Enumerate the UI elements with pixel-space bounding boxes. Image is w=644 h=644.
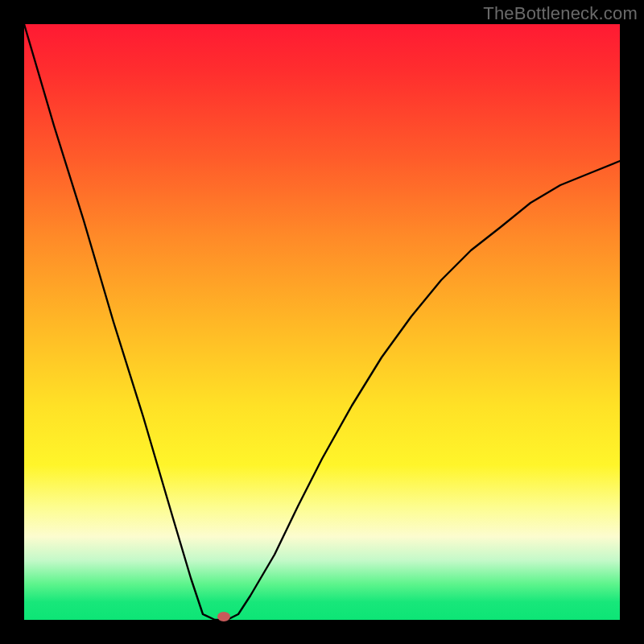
chart-frame: TheBottleneck.com <box>0 0 644 644</box>
watermark-text: TheBottleneck.com <box>483 3 638 24</box>
bottleneck-curve <box>24 24 620 620</box>
plot-area <box>24 24 620 620</box>
optimum-marker <box>217 612 230 621</box>
curve-layer <box>24 24 620 620</box>
